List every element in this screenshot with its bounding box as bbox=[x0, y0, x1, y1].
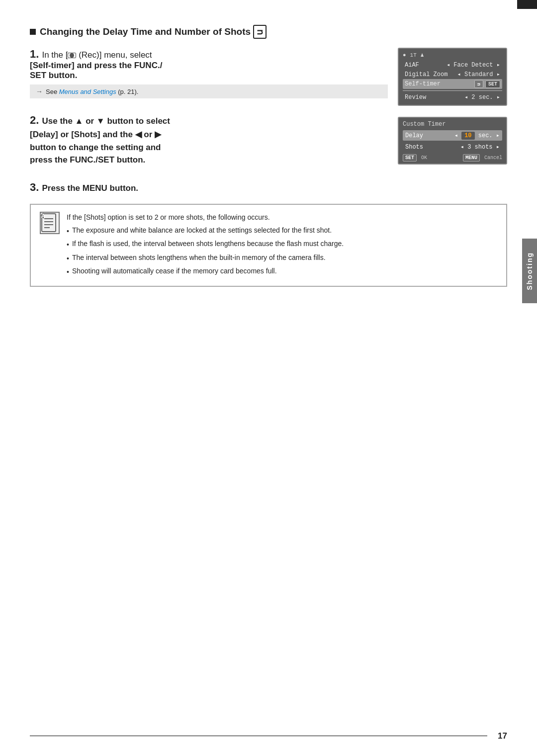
aiaf-value: ◂ Face Detect ▸ bbox=[447, 61, 500, 69]
footer-cancel: MENU Cancel bbox=[463, 155, 502, 161]
note-content: If the [Shots] option is set to 2 or mor… bbox=[67, 212, 344, 279]
side-tab-text: Shooting bbox=[526, 252, 534, 290]
section-heading: Changing the Delay Time and Number of Sh… bbox=[30, 25, 507, 39]
note-bullet-3-text: The interval between shots lengthens whe… bbox=[72, 252, 326, 263]
rec-dot bbox=[70, 53, 74, 58]
camera-screen-top: ● 1T ♟ bbox=[403, 52, 502, 58]
set-ok-badge: SET bbox=[403, 154, 417, 162]
screen-icon-shot: ♟ bbox=[421, 52, 424, 58]
step3-text: Press the MENU button. bbox=[42, 183, 138, 193]
svg-text:A: A bbox=[41, 213, 45, 219]
screen-divider bbox=[403, 90, 502, 91]
delay-number: 10 bbox=[461, 132, 474, 140]
note-first-line: If the [Shots] option is set to 2 or mor… bbox=[67, 212, 344, 223]
step1-left: 1. In the [ (Rec)] menu, select [Self-ti… bbox=[30, 48, 388, 112]
see-note-text: See Menus and Settings (p. 21). bbox=[46, 88, 138, 95]
step2-text: 2. Use the ▲ or ▼ button to select [Dela… bbox=[30, 112, 388, 167]
camera-screen-1: ● 1T ♟ AiAF ◂ Face Detect ▸ Digital Zoom… bbox=[398, 48, 507, 106]
custom-timer-title: Custom Timer bbox=[403, 121, 502, 128]
screen-row-aiaf: AiAF ◂ Face Detect ▸ bbox=[403, 60, 502, 70]
step1-section: 1. In the [ (Rec)] menu, select [Self-ti… bbox=[30, 48, 507, 112]
step2-right: Custom Timer Delay ◂ 10 sec. ▸ Shots ◂ 3… bbox=[398, 112, 507, 174]
bullet-dot-1: • bbox=[67, 226, 69, 237]
top-bar bbox=[517, 0, 537, 9]
menu-cancel-badge: MENU bbox=[463, 154, 480, 162]
timer-row-delay: Delay ◂ 10 sec. ▸ bbox=[403, 130, 502, 141]
shots-value: ◂ 3 shots ▸ bbox=[460, 143, 500, 151]
review-label: Review bbox=[405, 94, 426, 101]
self-timer-badge: ᴝ bbox=[474, 80, 483, 88]
step3-number: 3. bbox=[30, 181, 42, 193]
screen-icon-camera: ● bbox=[403, 52, 406, 58]
note-bullet-4: • Shooting will automatically cease if t… bbox=[67, 265, 344, 277]
page-number: 17 bbox=[498, 731, 507, 741]
bullet-dot-2: • bbox=[67, 239, 69, 250]
page-container: Changing the Delay Time and Number of Sh… bbox=[0, 0, 537, 756]
self-timer-label: Self-timer bbox=[405, 81, 441, 87]
note-bullet-3: • The interval between shots lengthens w… bbox=[67, 252, 344, 264]
shots-label: Shots bbox=[405, 144, 423, 151]
rec-bracket-icon bbox=[68, 53, 76, 58]
delay-label: Delay bbox=[405, 132, 423, 139]
step2-number: 2. bbox=[30, 114, 42, 126]
step2-bold: Use the ▲ or ▼ button to select [Delay] … bbox=[30, 116, 170, 165]
step1-text: In the [ (Rec)] menu, select [Self-timer… bbox=[30, 50, 162, 80]
note-box: A If the [Shots] option is set to 2 or m… bbox=[30, 204, 507, 287]
note-bullet-2-text: If the flash is used, the interval betwe… bbox=[72, 238, 344, 249]
heading-text: Changing the Delay Time and Number of Sh… bbox=[40, 26, 251, 37]
note-bullet-1-text: The exposure and white balance are locke… bbox=[72, 225, 332, 236]
step1-number: 1. bbox=[30, 48, 42, 60]
digital-zoom-value: ◂ Standard ▸ bbox=[457, 71, 500, 78]
heading-square bbox=[30, 29, 36, 35]
note-bullet-2: • If the flash is used, the interval bet… bbox=[67, 238, 344, 250]
self-timer-heading-icon: ᴝ bbox=[253, 25, 267, 39]
screen-row-review: Review ◂ 2 sec. ▸ bbox=[403, 92, 502, 102]
see-note: → See Menus and Settings (p. 21). bbox=[30, 84, 388, 98]
aiaf-label: AiAF bbox=[405, 62, 419, 69]
side-tab: Shooting bbox=[522, 239, 537, 303]
review-value: ◂ 2 sec. ▸ bbox=[464, 93, 500, 101]
see-note-link: Menus and Settings bbox=[59, 88, 116, 95]
screen-row-self-timer: Self-timer ᴝ SET bbox=[403, 79, 502, 89]
timer-row-shots: Shots ◂ 3 shots ▸ bbox=[403, 142, 502, 152]
digital-zoom-label: Digital Zoom bbox=[405, 71, 448, 78]
note-icon: A bbox=[40, 212, 60, 234]
step2-left: 2. Use the ▲ or ▼ button to select [Dela… bbox=[30, 112, 388, 174]
self-timer-value: ᴝ SET bbox=[474, 80, 500, 88]
screen-row-digital-zoom: Digital Zoom ◂ Standard ▸ bbox=[403, 70, 502, 79]
custom-timer-footer: SET OK MENU Cancel bbox=[403, 155, 502, 161]
custom-timer-screen: Custom Timer Delay ◂ 10 sec. ▸ Shots ◂ 3… bbox=[398, 117, 507, 165]
step1-bold: [Self-timer] and press the FUNC./SET but… bbox=[30, 61, 162, 80]
step1: 1. In the [ (Rec)] menu, select [Self-ti… bbox=[30, 48, 388, 98]
see-note-arrow: → bbox=[36, 87, 43, 95]
screen-icon-1t: 1T bbox=[410, 52, 417, 58]
note-bullet-1: • The exposure and white balance are loc… bbox=[67, 225, 344, 237]
bullet-dot-4: • bbox=[67, 266, 69, 277]
bottom-line bbox=[30, 736, 487, 736]
step3-section: 3. Press the MENU button. bbox=[30, 181, 507, 194]
step2-section: 2. Use the ▲ or ▼ button to select [Dela… bbox=[30, 112, 507, 174]
set-badge-1: SET bbox=[485, 81, 500, 88]
step1-right: ● 1T ♟ AiAF ◂ Face Detect ▸ Digital Zoom… bbox=[398, 48, 507, 112]
bullet-dot-3: • bbox=[67, 253, 69, 264]
footer-ok: SET OK bbox=[403, 155, 427, 161]
delay-value: ◂ 10 sec. ▸ bbox=[454, 132, 500, 139]
note-bullet-4-text: Shooting will automatically cease if the… bbox=[72, 265, 277, 276]
note-icon-svg: A bbox=[41, 213, 59, 233]
